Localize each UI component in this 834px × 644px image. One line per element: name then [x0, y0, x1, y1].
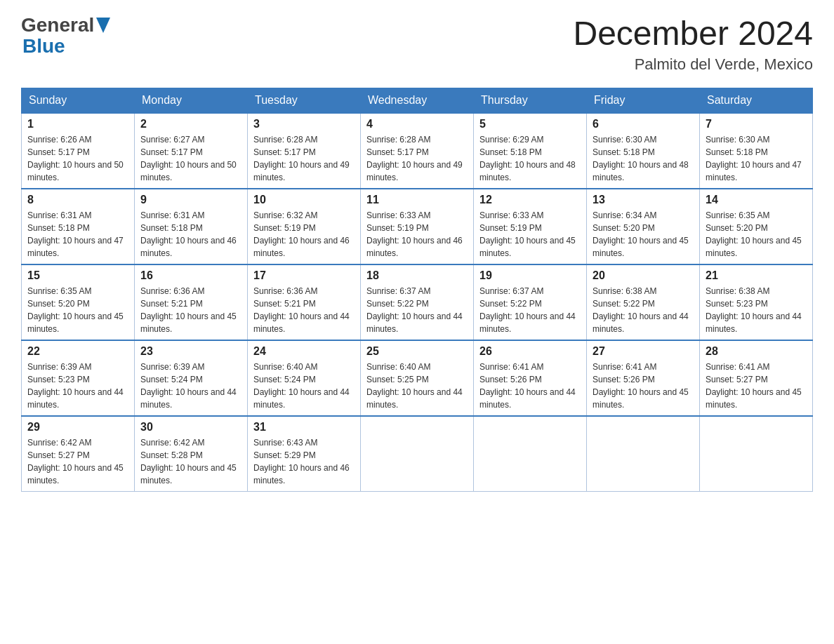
calendar-cell: 4Sunrise: 6:28 AMSunset: 5:17 PMDaylight…: [361, 113, 474, 189]
day-info: Sunrise: 6:37 AMSunset: 5:22 PMDaylight:…: [366, 285, 468, 335]
day-info: Sunrise: 6:35 AMSunset: 5:20 PMDaylight:…: [706, 209, 807, 260]
day-info: Sunrise: 6:28 AMSunset: 5:17 PMDaylight:…: [366, 133, 468, 184]
title-block: December 2024 Palmito del Verde, Mexico: [573, 14, 813, 74]
calendar-cell: 25Sunrise: 6:40 AMSunset: 5:25 PMDayligh…: [361, 340, 474, 416]
day-info: Sunrise: 6:40 AMSunset: 5:25 PMDaylight:…: [366, 361, 468, 411]
day-info: Sunrise: 6:30 AMSunset: 5:18 PMDaylight:…: [706, 133, 807, 184]
day-number: 13: [593, 194, 694, 206]
logo-general-text: General: [21, 14, 94, 36]
calendar-cell: 2Sunrise: 6:27 AMSunset: 5:17 PMDaylight…: [135, 113, 248, 189]
day-number: 15: [27, 269, 128, 282]
day-number: 8: [27, 194, 128, 206]
calendar-cell: 5Sunrise: 6:29 AMSunset: 5:18 PMDaylight…: [474, 113, 587, 189]
weekday-header-wednesday: Wednesday: [361, 88, 474, 114]
day-number: 29: [27, 421, 128, 434]
day-info: Sunrise: 6:33 AMSunset: 5:19 PMDaylight:…: [479, 209, 581, 260]
calendar-cell: 7Sunrise: 6:30 AMSunset: 5:18 PMDaylight…: [700, 113, 813, 189]
day-number: 9: [140, 194, 241, 206]
day-number: 25: [366, 345, 468, 358]
day-info: Sunrise: 6:42 AMSunset: 5:27 PMDaylight:…: [27, 436, 128, 487]
day-number: 23: [140, 345, 241, 358]
day-number: 6: [593, 118, 694, 130]
calendar-cell: 10Sunrise: 6:32 AMSunset: 5:19 PMDayligh…: [248, 189, 361, 264]
calendar-cell: 9Sunrise: 6:31 AMSunset: 5:18 PMDaylight…: [135, 189, 248, 264]
calendar-cell: 30Sunrise: 6:42 AMSunset: 5:28 PMDayligh…: [135, 416, 248, 492]
day-info: Sunrise: 6:41 AMSunset: 5:27 PMDaylight:…: [706, 361, 807, 411]
weekday-header-thursday: Thursday: [474, 88, 587, 114]
location-subtitle: Palmito del Verde, Mexico: [573, 55, 813, 74]
day-number: 30: [140, 421, 241, 434]
week-row-5: 29Sunrise: 6:42 AMSunset: 5:27 PMDayligh…: [22, 416, 813, 492]
weekday-header-friday: Friday: [587, 88, 700, 114]
day-info: Sunrise: 6:37 AMSunset: 5:22 PMDaylight:…: [479, 285, 581, 335]
day-info: Sunrise: 6:36 AMSunset: 5:21 PMDaylight:…: [140, 285, 241, 335]
day-number: 31: [253, 421, 355, 434]
day-info: Sunrise: 6:35 AMSunset: 5:20 PMDaylight:…: [27, 285, 128, 335]
page-header: General Blue December 2024 Palmito del V…: [21, 14, 813, 74]
weekday-header-saturday: Saturday: [700, 88, 813, 114]
calendar-cell: [587, 416, 700, 492]
day-number: 7: [706, 118, 807, 130]
calendar-cell: 13Sunrise: 6:34 AMSunset: 5:20 PMDayligh…: [587, 189, 700, 264]
calendar-cell: 12Sunrise: 6:33 AMSunset: 5:19 PMDayligh…: [474, 189, 587, 264]
calendar-cell: 28Sunrise: 6:41 AMSunset: 5:27 PMDayligh…: [700, 340, 813, 416]
calendar-cell: 18Sunrise: 6:37 AMSunset: 5:22 PMDayligh…: [361, 264, 474, 340]
calendar-cell: 11Sunrise: 6:33 AMSunset: 5:19 PMDayligh…: [361, 189, 474, 264]
day-info: Sunrise: 6:31 AMSunset: 5:18 PMDaylight:…: [27, 209, 128, 260]
day-info: Sunrise: 6:32 AMSunset: 5:19 PMDaylight:…: [253, 209, 355, 260]
weekday-header-tuesday: Tuesday: [248, 88, 361, 114]
calendar-cell: 17Sunrise: 6:36 AMSunset: 5:21 PMDayligh…: [248, 264, 361, 340]
calendar-cell: 20Sunrise: 6:38 AMSunset: 5:22 PMDayligh…: [587, 264, 700, 340]
calendar-cell: 8Sunrise: 6:31 AMSunset: 5:18 PMDaylight…: [22, 189, 135, 264]
day-number: 14: [706, 194, 807, 206]
calendar-cell: 15Sunrise: 6:35 AMSunset: 5:20 PMDayligh…: [22, 264, 135, 340]
calendar-cell: [474, 416, 587, 492]
calendar-cell: 31Sunrise: 6:43 AMSunset: 5:29 PMDayligh…: [248, 416, 361, 492]
day-info: Sunrise: 6:43 AMSunset: 5:29 PMDaylight:…: [253, 436, 355, 487]
day-info: Sunrise: 6:36 AMSunset: 5:21 PMDaylight:…: [253, 285, 355, 335]
day-number: 3: [253, 118, 355, 130]
logo: General Blue: [21, 14, 110, 58]
week-row-4: 22Sunrise: 6:39 AMSunset: 5:23 PMDayligh…: [22, 340, 813, 416]
calendar-cell: 22Sunrise: 6:39 AMSunset: 5:23 PMDayligh…: [22, 340, 135, 416]
calendar-cell: 3Sunrise: 6:28 AMSunset: 5:17 PMDaylight…: [248, 113, 361, 189]
week-row-2: 8Sunrise: 6:31 AMSunset: 5:18 PMDaylight…: [22, 189, 813, 264]
day-number: 24: [253, 345, 355, 358]
day-number: 12: [479, 194, 581, 206]
calendar-cell: [700, 416, 813, 492]
calendar-cell: 24Sunrise: 6:40 AMSunset: 5:24 PMDayligh…: [248, 340, 361, 416]
calendar-cell: 1Sunrise: 6:26 AMSunset: 5:17 PMDaylight…: [22, 113, 135, 189]
day-number: 10: [253, 194, 355, 206]
day-info: Sunrise: 6:38 AMSunset: 5:22 PMDaylight:…: [593, 285, 694, 335]
weekday-header-sunday: Sunday: [22, 88, 135, 114]
day-number: 5: [479, 118, 581, 130]
calendar-cell: 14Sunrise: 6:35 AMSunset: 5:20 PMDayligh…: [700, 189, 813, 264]
day-info: Sunrise: 6:40 AMSunset: 5:24 PMDaylight:…: [253, 361, 355, 411]
day-number: 4: [366, 118, 468, 130]
weekday-header-monday: Monday: [135, 88, 248, 114]
day-number: 17: [253, 269, 355, 282]
day-number: 26: [479, 345, 581, 358]
day-number: 21: [706, 269, 807, 282]
day-number: 19: [479, 269, 581, 282]
calendar-cell: 29Sunrise: 6:42 AMSunset: 5:27 PMDayligh…: [22, 416, 135, 492]
calendar-cell: 26Sunrise: 6:41 AMSunset: 5:26 PMDayligh…: [474, 340, 587, 416]
week-row-3: 15Sunrise: 6:35 AMSunset: 5:20 PMDayligh…: [22, 264, 813, 340]
calendar-cell: 19Sunrise: 6:37 AMSunset: 5:22 PMDayligh…: [474, 264, 587, 340]
day-info: Sunrise: 6:34 AMSunset: 5:20 PMDaylight:…: [593, 209, 694, 260]
day-info: Sunrise: 6:38 AMSunset: 5:23 PMDaylight:…: [706, 285, 807, 335]
day-info: Sunrise: 6:28 AMSunset: 5:17 PMDaylight:…: [253, 133, 355, 184]
month-year-title: December 2024: [573, 14, 813, 53]
calendar-table: SundayMondayTuesdayWednesdayThursdayFrid…: [21, 88, 813, 492]
week-row-1: 1Sunrise: 6:26 AMSunset: 5:17 PMDaylight…: [22, 113, 813, 189]
day-info: Sunrise: 6:33 AMSunset: 5:19 PMDaylight:…: [366, 209, 468, 260]
day-info: Sunrise: 6:30 AMSunset: 5:18 PMDaylight:…: [593, 133, 694, 184]
calendar-cell: [361, 416, 474, 492]
weekday-header-row: SundayMondayTuesdayWednesdayThursdayFrid…: [22, 88, 813, 114]
day-info: Sunrise: 6:42 AMSunset: 5:28 PMDaylight:…: [140, 436, 241, 487]
calendar-cell: 23Sunrise: 6:39 AMSunset: 5:24 PMDayligh…: [135, 340, 248, 416]
calendar-cell: 16Sunrise: 6:36 AMSunset: 5:21 PMDayligh…: [135, 264, 248, 340]
day-number: 18: [366, 269, 468, 282]
day-number: 22: [27, 345, 128, 358]
day-number: 27: [593, 345, 694, 358]
